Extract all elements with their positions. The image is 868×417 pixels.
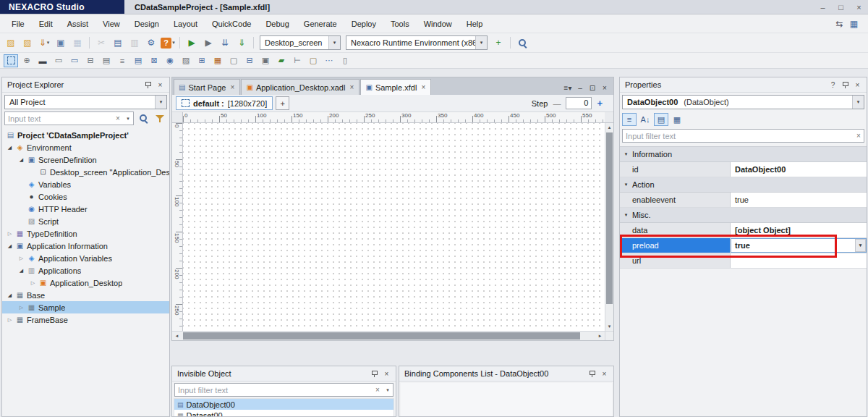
chevron-down-icon[interactable]: ▾	[155, 96, 166, 109]
property-value[interactable]: DataObject00	[731, 162, 867, 177]
property-value[interactable]	[731, 253, 867, 268]
property-row-data[interactable]: data[object Object]	[620, 223, 867, 238]
listbox-component[interactable]: ▤	[131, 54, 145, 67]
maximize-button[interactable]: □	[832, 0, 850, 14]
horizontal-scroll-thumb[interactable]	[183, 332, 580, 340]
combo-component[interactable]: ▭	[51, 54, 66, 67]
project-scope-combo[interactable]: All Project ▾	[4, 95, 167, 109]
section-expander-icon[interactable]: ▾	[620, 151, 632, 157]
pin-icon[interactable]	[142, 79, 154, 91]
value-dropdown-icon[interactable]: ▾	[855, 239, 866, 252]
horizontal-scrollbar[interactable]: ◂ ▸	[172, 331, 613, 340]
pin-icon[interactable]	[368, 368, 380, 380]
invisible-filter-input[interactable]: Input filter text × ▾	[174, 383, 393, 397]
tree-item-application-desktop[interactable]: ▷▣Application_Desktop	[2, 277, 169, 289]
copy-icon[interactable]: ▤	[110, 35, 126, 51]
deploy-icon[interactable]: ⇓	[234, 35, 250, 51]
launch-project-icon[interactable]: ▶	[200, 35, 216, 51]
tree-item-script[interactable]: ▨Script	[2, 215, 169, 227]
filter-icon[interactable]	[153, 111, 167, 125]
expander-closed-icon[interactable]: ▷	[5, 317, 14, 323]
tab-component[interactable]: ⊟	[242, 54, 257, 67]
button-component[interactable]: ▬	[35, 54, 50, 67]
vertical-scrollbar[interactable]: ▴ ▾	[605, 123, 613, 331]
tutorial-icon[interactable]: ?▾	[160, 35, 176, 51]
expander-open-icon[interactable]: ◢	[17, 268, 26, 274]
radio-component[interactable]: ◉	[163, 54, 177, 67]
step-value-input[interactable]: 0	[566, 97, 592, 109]
tab-close-icon[interactable]: ×	[348, 83, 355, 91]
clear-filter-icon[interactable]: ×	[854, 132, 864, 140]
tree-item-variables[interactable]: ◈Variables	[2, 178, 169, 190]
list-item-dataset00[interactable]: ▦Dataset00	[174, 410, 393, 417]
chevron-down-icon[interactable]: ▾	[383, 387, 393, 393]
open-form-icon[interactable]: ▧	[20, 35, 35, 51]
expander-closed-icon[interactable]: ▷	[17, 256, 26, 261]
chevron-down-icon[interactable]: ▾	[123, 116, 133, 122]
slider-component[interactable]: ⊢	[290, 54, 305, 67]
menu-edit[interactable]: Edit	[32, 14, 60, 33]
menu-layout[interactable]: Layout	[166, 14, 205, 33]
close-icon[interactable]: ×	[154, 79, 166, 91]
groupbox-component[interactable]: ▢	[306, 54, 320, 67]
project-filter-input[interactable]: Input text × ▾	[4, 111, 134, 125]
quick-view-icon[interactable]: ▶	[184, 35, 200, 51]
menu-debug[interactable]: Debug	[258, 14, 296, 33]
tab-close-icon[interactable]: ×	[420, 83, 427, 91]
scroll-right-icon[interactable]: ▸	[595, 332, 605, 340]
add-form-size-button[interactable]: +	[276, 96, 289, 110]
scroll-left-icon[interactable]: ◂	[172, 332, 182, 340]
tree-item-application-variables[interactable]: ▷◈Application Variables	[2, 252, 169, 264]
section-expander-icon[interactable]: ▾	[620, 212, 632, 218]
property-row-enableevent[interactable]: enableeventtrue	[620, 193, 867, 208]
panel-layout-icon[interactable]: ▦	[850, 19, 858, 29]
clear-filter-icon[interactable]: ×	[113, 114, 123, 122]
expander-closed-icon[interactable]: ▷	[5, 231, 14, 237]
stepcontrol-component[interactable]: ⋯	[322, 54, 336, 67]
property-value[interactable]: true▾	[731, 238, 867, 253]
tree-item-screendefinition[interactable]: ◢▣ScreenDefinition	[2, 153, 169, 166]
tree-item-application-information[interactable]: ◢▣Application Information	[2, 240, 169, 252]
property-section-misc[interactable]: ▾Misc.	[620, 208, 867, 223]
tree-item-http-header[interactable]: ◉HTTP Header	[2, 203, 169, 215]
property-page-icon[interactable]: ▤	[654, 113, 668, 126]
file-component[interactable]: ▯	[338, 54, 352, 67]
property-value[interactable]: true	[731, 193, 867, 207]
pan-tool[interactable]: ⊕	[20, 54, 34, 67]
chevron-down-icon[interactable]: ▾	[852, 96, 864, 109]
imageviewer-component[interactable]: ▨	[179, 54, 193, 67]
section-expander-icon[interactable]: ▾	[620, 182, 632, 188]
property-row-preload[interactable]: preloadtrue▾	[620, 238, 867, 253]
options-gear-icon[interactable]: ⚙	[143, 35, 159, 51]
list-item-dataobject00[interactable]: ▤DataObject00	[174, 399, 393, 410]
expander-closed-icon[interactable]: ▷	[28, 280, 38, 286]
menu-view[interactable]: View	[95, 14, 127, 33]
doc-tab-application-desktop-xadl[interactable]: ▣Application_Desktop.xadl×	[241, 79, 359, 95]
maskedit-component[interactable]: ⊟	[83, 54, 98, 67]
menu-assist[interactable]: Assist	[60, 14, 95, 33]
help-icon[interactable]: ?	[827, 79, 839, 91]
tree-item-base[interactable]: ◢▦Base	[2, 289, 169, 301]
close-icon[interactable]: ×	[598, 368, 610, 380]
screen-combo[interactable]: Desktop_screen▾	[260, 35, 341, 50]
tree-item-typedefinition[interactable]: ▷▦TypeDefinition	[2, 227, 169, 240]
property-section-action[interactable]: ▾Action	[620, 177, 867, 193]
menu-tools[interactable]: Tools	[383, 14, 417, 33]
pin-icon[interactable]	[586, 368, 598, 380]
chevron-down-icon[interactable]: ▾	[475, 36, 487, 49]
grid-component[interactable]: ⊞	[195, 54, 209, 67]
tab-list-icon[interactable]: ≡▾	[563, 84, 573, 92]
save-as-icon[interactable]: ⇓▾	[36, 35, 52, 51]
menu-quickcode[interactable]: QuickCode	[205, 14, 258, 33]
close-doc-icon[interactable]: ×	[600, 84, 610, 92]
tab-close-icon[interactable]: ×	[229, 83, 236, 91]
popupdiv-component[interactable]: ▣	[258, 54, 273, 67]
textarea-component[interactable]: ≡	[115, 54, 129, 67]
show-all-properties-icon[interactable]: ▦	[670, 113, 684, 126]
static-component[interactable]: ▤	[99, 54, 114, 67]
property-row-id[interactable]: idDataObject00	[620, 162, 867, 177]
tree-item-framebase[interactable]: ▷▦FrameBase	[2, 313, 169, 326]
property-row-url[interactable]: url	[620, 253, 867, 269]
expander-closed-icon[interactable]: ▷	[17, 305, 26, 311]
alphabetical-sort-icon[interactable]: A↓	[638, 113, 652, 126]
